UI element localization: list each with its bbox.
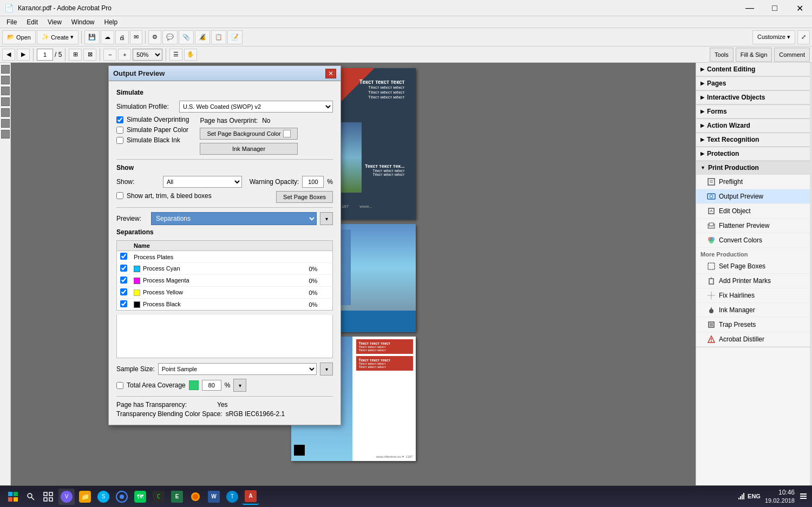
left-icon-4[interactable] xyxy=(1,97,10,106)
preview-dropdown-btn[interactable]: ▾ xyxy=(320,212,333,225)
section-pages-header[interactable]: Pages xyxy=(696,77,812,90)
tool3-button[interactable]: 📎 xyxy=(179,30,194,44)
taskbar-telegram[interactable]: T xyxy=(224,489,240,505)
notification-center-btn[interactable] xyxy=(799,491,808,502)
create-button[interactable]: ✨ Create ▾ xyxy=(37,30,78,44)
tool5-button[interactable]: 📋 xyxy=(211,30,226,44)
preview-select[interactable]: Separations xyxy=(151,212,317,225)
art-trim-checkbox[interactable] xyxy=(116,192,123,199)
tool4-button[interactable]: 🔏 xyxy=(195,30,210,44)
simulate-paper-color-checkbox[interactable] xyxy=(116,127,123,134)
sidebar-item-acrobat-distiller[interactable]: Acrobat Distiller xyxy=(696,332,812,347)
set-bg-color-button[interactable]: Set Page Background Color xyxy=(200,128,297,140)
coverage-dropdown-btn[interactable]: ▾ xyxy=(233,379,246,392)
fit-width-btn[interactable]: ⊠ xyxy=(83,49,96,61)
sidebar-item-edit-object[interactable]: Edit Object xyxy=(696,204,812,219)
sidebar-item-fix-hairlines[interactable]: Fix Hairlines xyxy=(696,288,812,303)
warning-opacity-input[interactable] xyxy=(302,176,324,188)
nav-next-btn[interactable]: ▶ xyxy=(17,49,30,61)
zoom-out-btn[interactable]: − xyxy=(103,49,116,61)
fill-sign-tab[interactable]: Fill & Sign xyxy=(736,48,772,62)
close-button[interactable]: ✕ xyxy=(787,0,812,16)
fit-page-btn[interactable]: ⊞ xyxy=(69,49,82,61)
page-number-input[interactable] xyxy=(37,49,53,61)
tool1-button[interactable]: ⚙ xyxy=(148,30,161,44)
nav-prev-btn[interactable]: ◀ xyxy=(2,49,15,61)
zoom-in-btn[interactable]: + xyxy=(118,49,131,61)
sidebar-item-preflight[interactable]: Preflight xyxy=(696,175,812,189)
ink-manager-button[interactable]: Ink Manager xyxy=(200,143,297,155)
section-print-production-header[interactable]: Print Production xyxy=(696,161,812,175)
left-icon-3[interactable] xyxy=(1,87,10,95)
select-btn[interactable]: ☰ xyxy=(169,49,182,61)
show-select[interactable]: All xyxy=(163,176,242,188)
left-icon-2[interactable] xyxy=(1,76,10,84)
section-forms-header[interactable]: Forms xyxy=(696,105,812,118)
left-icon-1[interactable] xyxy=(1,65,10,74)
sidebar-item-ink-manager[interactable]: Ink Manager xyxy=(696,303,812,318)
section-text-recog-header[interactable]: Text Recognition xyxy=(696,133,812,147)
sample-size-dropdown-btn[interactable]: ▾ xyxy=(320,363,333,376)
menu-window[interactable]: Window xyxy=(67,17,99,27)
expand-button[interactable]: ⤢ xyxy=(797,30,810,44)
taskbar-chrome[interactable] xyxy=(114,489,130,505)
minimize-button[interactable]: — xyxy=(737,0,762,16)
hand-btn[interactable]: ✋ xyxy=(184,49,197,61)
tools-tab[interactable]: Tools xyxy=(710,48,734,62)
left-icon-5[interactable] xyxy=(1,108,10,117)
left-icon-7[interactable] xyxy=(1,130,10,139)
taskbar-viber[interactable]: V xyxy=(58,489,75,505)
comment-tab[interactable]: Comment xyxy=(774,48,810,62)
taskbar-word[interactable]: W xyxy=(206,489,222,505)
left-icon-6[interactable] xyxy=(1,119,10,128)
tool6-button[interactable]: 📝 xyxy=(227,30,243,44)
sep-check-process-plates[interactable] xyxy=(120,253,127,260)
menu-edit[interactable]: Edit xyxy=(22,17,42,27)
email-button[interactable]: ✉ xyxy=(130,30,142,44)
sidebar-item-set-page-boxes[interactable]: Set Page Boxes xyxy=(696,259,812,274)
taskbar-excel[interactable]: E xyxy=(169,489,185,505)
sep-check-black[interactable] xyxy=(120,300,127,307)
search-button[interactable] xyxy=(24,489,38,505)
sep-check-magenta[interactable] xyxy=(120,276,127,284)
section-content-editing-header[interactable]: Content Editing xyxy=(696,63,812,76)
sidebar-item-convert-colors[interactable]: Convert Colors xyxy=(696,233,812,248)
simulate-black-ink-checkbox[interactable] xyxy=(116,137,123,144)
sep-check-yellow[interactable] xyxy=(120,288,127,295)
menu-view[interactable]: View xyxy=(43,17,66,27)
zoom-select[interactable]: 50% 75% 100% xyxy=(133,49,162,61)
simulate-overprinting-checkbox[interactable] xyxy=(116,116,123,123)
dialog-close-button[interactable]: ✕ xyxy=(325,69,336,78)
menu-file[interactable]: File xyxy=(2,17,21,27)
customize-button[interactable]: Customize ▾ xyxy=(752,30,795,44)
sep-label-cyan: Process Cyan xyxy=(143,265,180,272)
taskbar-acrobat[interactable]: A xyxy=(243,489,259,505)
sidebar-item-output-preview[interactable]: Output Preview xyxy=(696,189,812,204)
save-button[interactable]: 💾 xyxy=(84,30,100,44)
sidebar-item-trap-presets[interactable]: Trap Presets xyxy=(696,318,812,332)
print-button[interactable]: 🖨 xyxy=(115,30,129,44)
taskbar-firefox[interactable] xyxy=(187,489,204,505)
taskbar-explorer[interactable]: 📁 xyxy=(77,489,93,505)
section-interactive-header[interactable]: Interactive Objects xyxy=(696,91,812,104)
simulation-profile-select[interactable]: U.S. Web Coated (SWOP) v2 xyxy=(179,101,333,113)
open-button[interactable]: 📂 Open xyxy=(2,30,36,44)
menu-help[interactable]: Help xyxy=(100,17,122,27)
coverage-value-input[interactable] xyxy=(202,380,221,391)
maximize-button[interactable]: □ xyxy=(762,0,787,16)
taskbar-maps[interactable]: 🗺 xyxy=(132,489,148,505)
upload-button[interactable]: ☁ xyxy=(101,30,114,44)
coverage-checkbox[interactable] xyxy=(116,382,123,389)
sidebar-item-flattener[interactable]: Flattener Preview xyxy=(696,219,812,233)
section-protection-header[interactable]: Protection xyxy=(696,147,812,161)
start-button[interactable] xyxy=(4,489,22,505)
sample-size-select[interactable]: Point Sample xyxy=(158,363,317,375)
sep-check-cyan[interactable] xyxy=(120,265,127,272)
tool2-button[interactable]: 💬 xyxy=(162,30,178,44)
task-view-button[interactable] xyxy=(40,489,56,505)
sidebar-item-printer-marks[interactable]: Add Printer Marks xyxy=(696,274,812,288)
set-page-boxes-button[interactable]: Set Page Boxes xyxy=(276,191,333,203)
taskbar-skype[interactable]: S xyxy=(95,489,112,505)
section-action-wizard-header[interactable]: Action Wizard xyxy=(696,119,812,133)
taskbar-cmd[interactable]: C xyxy=(150,489,167,505)
